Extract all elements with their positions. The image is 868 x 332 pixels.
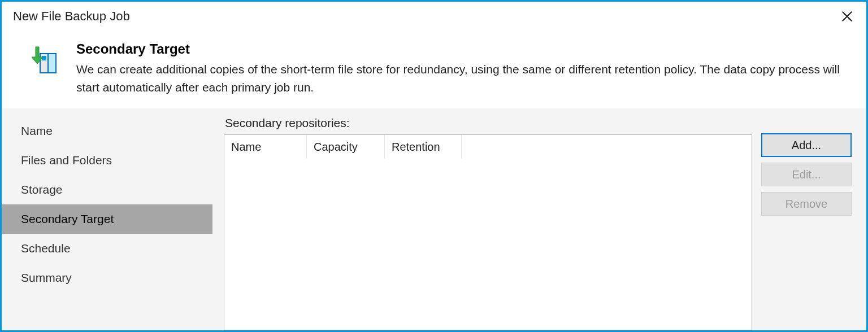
titlebar: New File Backup Job bbox=[2, 2, 866, 31]
add-button[interactable]: Add... bbox=[761, 133, 852, 157]
secondary-repositories-label: Secondary repositories: bbox=[224, 116, 752, 130]
window-title: New File Backup Job bbox=[13, 9, 836, 24]
close-icon[interactable] bbox=[836, 5, 858, 28]
nav-step-secondary-target[interactable]: Secondary Target bbox=[2, 204, 212, 234]
step-content: Secondary repositories: Name Capacity Re… bbox=[212, 108, 866, 330]
nav-step-summary[interactable]: Summary bbox=[2, 263, 212, 292]
nav-step-files-and-folders[interactable]: Files and Folders bbox=[2, 146, 212, 175]
svg-rect-1 bbox=[48, 54, 56, 73]
column-header-capacity[interactable]: Capacity bbox=[307, 135, 385, 159]
wizard-window: New File Backup Job Secondary Target We … bbox=[0, 0, 868, 332]
nav-step-schedule[interactable]: Schedule bbox=[2, 234, 212, 263]
wizard-body: Name Files and Folders Storage Secondary… bbox=[2, 108, 866, 330]
secondary-repositories-area: Secondary repositories: Name Capacity Re… bbox=[224, 116, 752, 330]
step-description: We can create additional copies of the s… bbox=[76, 60, 853, 96]
remove-button: Remove bbox=[761, 192, 852, 216]
nav-step-storage[interactable]: Storage bbox=[2, 175, 212, 204]
wizard-steps-nav: Name Files and Folders Storage Secondary… bbox=[2, 108, 212, 330]
table-header-row: Name Capacity Retention bbox=[224, 135, 752, 159]
wizard-header-text: Secondary Target We can create additiona… bbox=[76, 41, 853, 96]
backup-target-icon bbox=[28, 45, 59, 96]
secondary-repositories-table[interactable]: Name Capacity Retention bbox=[224, 134, 752, 330]
wizard-header: Secondary Target We can create additiona… bbox=[2, 31, 866, 108]
nav-step-name[interactable]: Name bbox=[2, 116, 212, 146]
column-header-spacer bbox=[462, 135, 752, 159]
column-header-name[interactable]: Name bbox=[224, 135, 307, 159]
column-header-retention[interactable]: Retention bbox=[385, 135, 462, 159]
side-button-column: Add... Edit... Remove bbox=[761, 116, 855, 330]
step-title: Secondary Target bbox=[76, 41, 853, 57]
edit-button: Edit... bbox=[761, 163, 852, 186]
svg-rect-2 bbox=[42, 56, 46, 60]
